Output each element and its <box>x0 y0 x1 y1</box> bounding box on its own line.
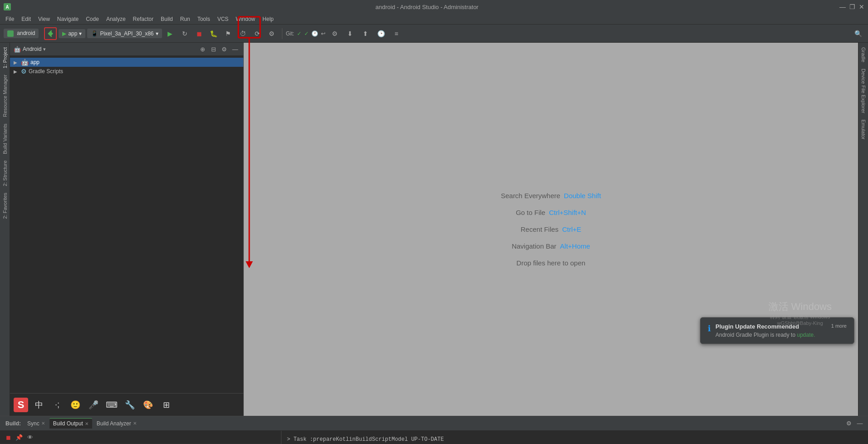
build-pin-btn[interactable]: 📌 <box>15 433 24 442</box>
build-output-panel: > Task :prepareKotlinBuildScriptModel UP… <box>281 431 868 444</box>
tab-build-output[interactable]: Build Output ✕ <box>49 418 92 429</box>
app-icon: A <box>4 3 11 10</box>
svg-marker-0 <box>49 31 53 36</box>
build-stop-btn[interactable]: ◼ <box>4 433 13 442</box>
git-check2-icon: ✓ <box>304 30 309 37</box>
ime-toolbar: S 中 ·; 🙂 🎤 ⌨ 🔧 🎨 ⊞ <box>10 393 243 416</box>
ime-settings2-btn[interactable]: 🔧 <box>123 398 137 412</box>
maximize-button[interactable]: ❐ <box>849 3 855 10</box>
sidebar-tab-resource-manager[interactable]: Resource Manager <box>1 72 9 120</box>
menu-help[interactable]: Help <box>259 15 277 23</box>
device-selector[interactable]: 📱 Pixel_3a_API_30_x86 ▾ <box>87 29 162 38</box>
build-left-panel: ◼ 📌 👁 ✓ android: finished at 2021/8/30 1… <box>0 431 281 444</box>
menu-navigate[interactable]: Navigate <box>54 15 82 23</box>
sidebar-tab-favorites[interactable]: 2: Favorites <box>1 190 9 221</box>
project-close-button[interactable]: — <box>231 45 240 54</box>
menu-window[interactable]: Window <box>232 15 259 23</box>
git-history-button[interactable]: 🕑 <box>375 27 387 40</box>
menu-tools[interactable]: Tools <box>194 15 214 23</box>
left-sidebar-tabs: 1: Project Resource Manager Build Varian… <box>0 43 10 416</box>
windows-watermark: 激活 Windows 转到"设置"以激活 Windows wGSbht@Baby… <box>769 300 832 326</box>
run-button[interactable]: ▶ <box>164 27 177 40</box>
right-tab-device-file-explorer[interactable]: Device File Explorer <box>859 66 868 116</box>
plugin-update-link[interactable]: update. <box>797 332 815 338</box>
hint-goto-file: Go to File Ctrl+Shift+N <box>516 209 586 216</box>
tab-build-analyzer[interactable]: Build Analyzer ✕ <box>93 419 140 429</box>
sidebar-tab-project[interactable]: 1: Project <box>1 45 9 71</box>
project-scope-button[interactable]: ⊕ <box>198 45 207 54</box>
ime-apps-btn[interactable]: ⊞ <box>159 398 173 412</box>
bottom-tabs-bar: Build: Sync ✕ Build Output ✕ Build Analy… <box>0 416 868 431</box>
ime-keyboard-btn[interactable]: ⌨ <box>104 398 119 412</box>
back-arrow-button[interactable] <box>44 27 57 40</box>
tab-sync[interactable]: Sync ✕ <box>24 419 49 429</box>
build-left-toolbar: ◼ 📌 👁 <box>0 431 281 444</box>
ime-sogou-btn[interactable]: S <box>14 398 28 412</box>
menu-refactor[interactable]: Refactor <box>129 15 157 23</box>
git-push-button[interactable]: ⬆ <box>359 27 372 40</box>
title-bar: A android - Android Studio - Administrat… <box>0 0 868 14</box>
gradle-sync-button[interactable]: ⚙ <box>266 27 278 40</box>
right-sidebar: Gradle Device File Explorer Emulator <box>858 43 868 416</box>
sidebar-tab-structure[interactable]: 2: Structure <box>1 158 9 189</box>
close-sync-tab[interactable]: ✕ <box>41 421 45 426</box>
plugin-info-icon: ℹ <box>708 324 711 334</box>
menu-analyze[interactable]: Analyze <box>103 15 129 23</box>
close-button[interactable]: ✕ <box>859 3 864 10</box>
hint-search-everywhere: Search Everywhere Double Shift <box>501 192 601 200</box>
build-label: Build: <box>4 419 23 429</box>
git-annotate-button[interactable]: ≡ <box>390 27 403 40</box>
minimize-button[interactable]: — <box>839 3 846 10</box>
ime-emoji-btn[interactable]: 🙂 <box>68 398 83 412</box>
hint-drop-files: Drop files here to open <box>517 259 586 267</box>
git-settings-button[interactable]: ⚙ <box>328 27 341 40</box>
debug-button[interactable]: 🐛 <box>207 27 220 40</box>
ime-chinese-btn[interactable]: 中 <box>32 398 46 412</box>
bottom-content: ◼ 📌 👁 ✓ android: finished at 2021/8/30 1… <box>0 431 868 444</box>
sidebar-tab-build-variants[interactable]: Build Variants <box>1 121 9 157</box>
project-tree: ▶ 🤖 app ▶ ⚙ Gradle Scripts <box>10 56 243 393</box>
bottom-settings-button[interactable]: ⚙ <box>844 419 853 428</box>
run-configuration[interactable]: ▶ app ▾ <box>59 29 85 38</box>
git-clock-icon: 🕐 <box>311 30 318 37</box>
ime-skin-btn[interactable]: 🎨 <box>141 398 155 412</box>
coverage-button[interactable]: ⚑ <box>222 27 235 40</box>
ime-mic-btn[interactable]: 🎤 <box>86 398 101 412</box>
stop-button[interactable]: ◼ <box>193 27 206 40</box>
menu-vcs[interactable]: VCS <box>214 15 232 23</box>
menu-code[interactable]: Code <box>82 15 103 23</box>
close-build-analyzer-tab[interactable]: ✕ <box>133 421 137 426</box>
build-eye-btn[interactable]: 👁 <box>25 433 35 442</box>
menu-run[interactable]: Run <box>177 15 194 23</box>
project-settings-button[interactable]: ⚙ <box>220 45 229 54</box>
right-tab-emulator[interactable]: Emulator <box>859 117 868 142</box>
main-layout: 1: Project Resource Manager Build Varian… <box>0 43 868 416</box>
profile-button[interactable]: ⏱ <box>237 27 249 40</box>
tree-item-app[interactable]: ▶ 🤖 app <box>10 58 243 67</box>
git-check-icon: ✓ <box>297 30 301 37</box>
project-collapse-button[interactable]: ⊟ <box>209 45 218 54</box>
menu-build[interactable]: Build <box>157 15 177 23</box>
build-output-line-1: > Task :prepareKotlinBuildScriptModel UP… <box>287 436 863 443</box>
git-action-button[interactable]: ⬇ <box>344 27 356 40</box>
menu-file[interactable]: File <box>2 15 18 23</box>
popup-more-text[interactable]: 1 more <box>831 323 847 329</box>
search-everywhere-button[interactable]: 🔍 <box>852 27 864 40</box>
hint-recent-files: Recent Files Ctrl+E <box>521 225 581 233</box>
menu-view[interactable]: View <box>35 15 54 23</box>
bottom-tab-actions: ⚙ — <box>844 419 864 428</box>
git-section: Git: ✓ ✓ 🕐 ↩ ⚙ ⬇ ⬆ 🕑 ≡ <box>286 27 403 40</box>
sync-button[interactable]: ⟳ <box>251 27 264 40</box>
tree-item-gradle-scripts[interactable]: ▶ ⚙ Gradle Scripts <box>10 67 243 76</box>
ime-dot-btn[interactable]: ·; <box>50 398 64 412</box>
editor-area: Search Everywhere Double Shift Go to Fil… <box>244 43 858 416</box>
project-panel-actions: ⊕ ⊟ ⚙ — <box>198 45 240 54</box>
close-build-output-tab[interactable]: ✕ <box>85 421 89 426</box>
right-tab-gradle[interactable]: Gradle <box>859 45 868 65</box>
project-label: android <box>4 29 39 38</box>
refresh-button[interactable]: ↻ <box>178 27 191 40</box>
bottom-minimize-button[interactable]: — <box>855 419 864 428</box>
git-undo-icon: ↩ <box>321 30 326 37</box>
project-panel-title: 🤖 Android ▾ <box>14 46 196 53</box>
menu-edit[interactable]: Edit <box>18 15 35 23</box>
